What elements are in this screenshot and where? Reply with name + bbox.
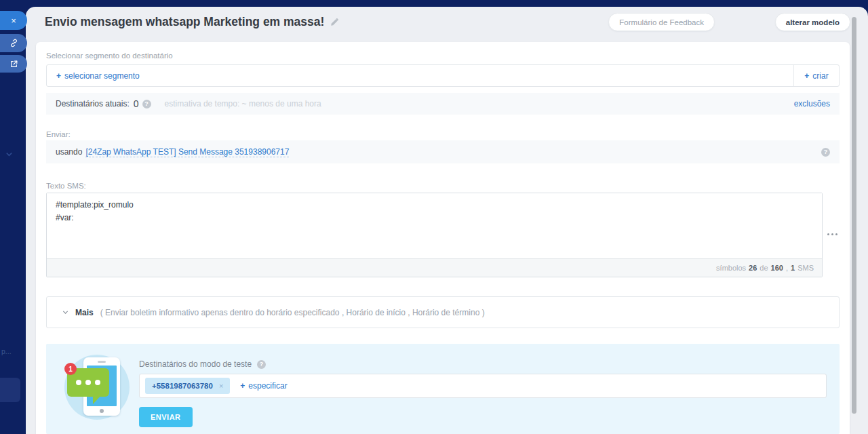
more-settings-toggle[interactable]: Mais (75, 308, 94, 317)
test-recipients-label-row: Destinatários do modo de teste ? (139, 359, 266, 369)
test-mode-illustration: 1 (64, 355, 130, 420)
page-title: Envio mensagem whatsapp Marketing em mas… (45, 15, 338, 29)
notification-badge: 1 (64, 363, 77, 375)
time-estimate: estimativa de tempo: ~ menos de uma hora (165, 99, 321, 108)
sms-counter: símbolos 26 de 160 , 1 SMS (47, 258, 822, 277)
chip-remove-icon[interactable]: × (219, 382, 223, 390)
copy-link-button[interactable] (0, 34, 27, 52)
external-link-icon (9, 60, 18, 68)
sms-text-box: #template:pix_romulo #var: símbolos 26 d… (46, 193, 823, 277)
phone-number-chip: +5581987063780 × (145, 378, 230, 394)
more-options-icon[interactable] (827, 233, 837, 235)
edit-title-pencil-icon[interactable] (330, 18, 338, 26)
test-recipients-input[interactable]: +5581987063780 × + especificar (139, 374, 827, 398)
create-segment-link[interactable]: + criar (794, 65, 839, 86)
send-test-button[interactable]: ENVIAR (139, 407, 193, 427)
close-button[interactable]: × (0, 11, 27, 30)
main-panel: Envio mensagem whatsapp Marketing em mas… (26, 7, 868, 434)
sender-link[interactable]: [24Zap WhatsApp TEST] Send Message 35193… (85, 147, 289, 157)
sidebar-partial-button[interactable] (0, 378, 20, 402)
close-icon: × (11, 16, 16, 26)
help-icon[interactable]: ? (257, 360, 266, 369)
campaign-card: Selecionar segmento do destinatário + se… (36, 42, 850, 434)
select-segment-link[interactable]: + selecionar segmento (56, 71, 140, 81)
link-icon (9, 39, 18, 47)
plus-icon: + (804, 71, 809, 81)
sms-text-label: Texto SMS: (46, 182, 86, 190)
test-recipients-label: Destinatários do modo de teste (139, 359, 252, 369)
chevron-down-icon[interactable] (5, 149, 14, 161)
more-settings-options: ( Enviar boletim informativo apenas dent… (100, 308, 485, 317)
recipients-bar: Destinatários atuais: 0 ? estimativa de … (46, 93, 840, 115)
segment-label: Selecionar segmento do destinatário (46, 52, 173, 60)
recipients-label: Destinatários atuais: (56, 99, 130, 108)
sender-bar: usando [24Zap WhatsApp TEST] Send Messag… (46, 140, 840, 163)
more-settings-box: Mais ( Enviar boletim informativo apenas… (46, 296, 840, 328)
change-template-button[interactable]: alterar modelo (775, 13, 850, 31)
scrollbar-thumb[interactable] (852, 17, 856, 414)
sender-prefix: usando (56, 147, 82, 157)
segment-select-box: + selecionar segmento + criar (46, 64, 840, 87)
help-icon[interactable]: ? (821, 148, 830, 157)
recipients-count: 0 (134, 98, 139, 109)
plus-icon: + (240, 381, 245, 391)
sidebar-partial-item: p... (1, 347, 12, 355)
specify-link[interactable]: + especificar (240, 381, 287, 391)
help-icon[interactable]: ? (142, 100, 151, 108)
send-label: Enviar: (46, 130, 71, 138)
plus-icon: + (56, 71, 61, 81)
open-external-button[interactable] (0, 55, 27, 73)
phone-number: +5581987063780 (152, 382, 213, 390)
test-mode-section: 1 Destinatários do modo de teste ? +5581… (46, 344, 840, 434)
sms-text-input[interactable]: #template:pix_romulo #var: (47, 193, 822, 258)
feedback-button[interactable]: Formulário de Feedback (608, 13, 715, 31)
exclusions-link[interactable]: exclusões (794, 99, 830, 108)
chevron-down-icon[interactable] (62, 309, 69, 316)
